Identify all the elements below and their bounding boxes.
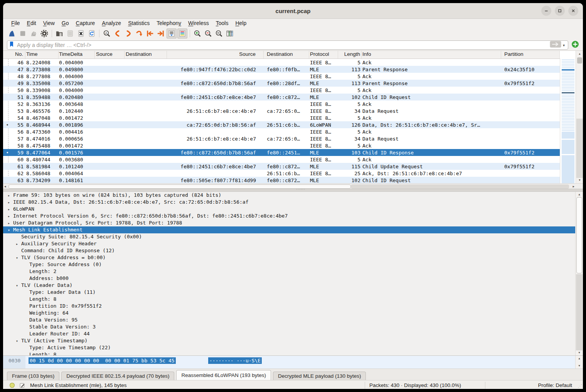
scroll-down-icon[interactable]: ▼ xyxy=(576,351,583,355)
expander-open-icon[interactable]: ▾ xyxy=(16,255,21,261)
menu-telephony[interactable]: Telephony xyxy=(153,20,185,27)
hex-ascii-selected[interactable]: ········ ···u·S\E xyxy=(208,357,262,364)
expander-open-icon[interactable]: ▾ xyxy=(8,227,13,234)
detail-row-12[interactable]: Address: b000 xyxy=(3,275,583,282)
packet-row-63[interactable]: 638.7342090.148161fe80::505e:f807:7f81:4… xyxy=(3,177,560,184)
detail-row-10[interactable]: Type: Source Address (0) xyxy=(3,261,583,268)
detail-row-16[interactable]: Partition ID: 0x79f551f2 xyxy=(3,303,583,310)
detail-row-0[interactable]: ▸Frame 59: 103 bytes on wire (824 bits),… xyxy=(3,192,583,199)
expander-closed-icon[interactable]: ▸ xyxy=(8,192,13,199)
scroll-left-icon[interactable]: ◂ xyxy=(4,184,6,189)
go-first-icon[interactable] xyxy=(145,28,155,39)
zoom-out-icon[interactable] xyxy=(203,28,213,39)
detail-row-9[interactable]: ▾TLV (Source Address = b0:00) xyxy=(3,254,583,261)
scroll-up-icon[interactable]: ▲ xyxy=(576,357,583,360)
menu-view[interactable]: View xyxy=(40,20,58,27)
packet-list-vscrollbar[interactable]: ▲ ▼ xyxy=(576,51,583,183)
scroll-thumb[interactable] xyxy=(576,197,582,273)
scroll-down-icon[interactable]: ▼ xyxy=(576,178,583,182)
column-header-source-3[interactable]: Source xyxy=(95,51,125,59)
pane-splitter[interactable]: ······ xyxy=(3,189,583,192)
scroll-right-icon[interactable]: ▸ xyxy=(573,184,574,189)
filter-dropdown-icon[interactable]: ▾ xyxy=(563,43,565,47)
detail-row-2[interactable]: ▸6LoWPAN xyxy=(3,206,583,213)
packet-row-54[interactable]: 548.4670480.001472IEEE 8…5Ack xyxy=(3,114,560,121)
expander-closed-icon[interactable]: ▸ xyxy=(8,206,13,213)
packet-row-57[interactable]: 578.4740160.00065626:51:c6:b7:e8:ce:4b:e… xyxy=(3,135,560,142)
packet-row-56[interactable]: 568.4733600.004416IEEE 8…5Ack xyxy=(3,128,560,135)
filter-text-input[interactable] xyxy=(16,42,550,49)
column-header-no--0[interactable]: No. xyxy=(3,51,25,59)
go-to-packet-icon[interactable] xyxy=(134,28,144,39)
menu-help[interactable]: Help xyxy=(232,20,250,27)
detail-row-3[interactable]: ▸Internet Protocol Version 6, Src: fe80:… xyxy=(3,213,583,219)
close-button[interactable] xyxy=(568,6,578,16)
start-capture-icon[interactable] xyxy=(7,28,17,39)
column-header-destination-6[interactable]: Destination xyxy=(264,51,309,59)
go-back-icon[interactable] xyxy=(113,28,123,39)
bookmark-icon[interactable] xyxy=(9,41,14,49)
detail-row-4[interactable]: ▸User Datagram Protocol, Src Port: 19788… xyxy=(3,219,583,226)
detail-row-7[interactable]: ▸Auxiliary Security Header xyxy=(3,240,583,247)
minimize-button[interactable] xyxy=(541,6,551,16)
tab-decrypted-ieee-802-15-4-payload-70-bytes-[interactable]: Decrypted IEEE 802.15.4 payload (70 byte… xyxy=(61,372,174,380)
scroll-thumb[interactable] xyxy=(577,57,582,64)
column-header-info-9[interactable]: Info xyxy=(362,51,501,59)
column-header-time-1[interactable]: Time xyxy=(25,51,59,59)
status-profile[interactable]: Profile: Default xyxy=(538,382,572,388)
detail-row-22[interactable]: Type: Active Timestamp (22) xyxy=(3,344,583,351)
resize-columns-icon[interactable] xyxy=(225,28,235,39)
detail-row-13[interactable]: ▾TLV (Leader Data) xyxy=(3,282,583,289)
capture-comment-icon[interactable] xyxy=(19,382,25,389)
tab-reassembled-6lowpan-193-bytes-[interactable]: Reassembled 6LoWPAN (193 bytes) xyxy=(176,370,271,380)
menu-capture[interactable]: Capture xyxy=(72,20,99,27)
hex-bytes-selected[interactable]: 00 15 0d 00 00 00 00 00 00 00 01 75 bb 5… xyxy=(29,357,176,364)
maximize-button[interactable] xyxy=(555,6,565,16)
reload-file-icon[interactable] xyxy=(87,28,97,39)
open-file-icon[interactable] xyxy=(54,28,64,39)
packet-row-58[interactable]: 588.4754880.001472IEEE 8…5Ack xyxy=(3,142,560,149)
tab-decrypted-mle-payload-130-bytes-[interactable]: Decrypted MLE payload (130 bytes) xyxy=(273,372,366,380)
menu-tools[interactable]: Tools xyxy=(212,20,232,27)
close-file-icon[interactable] xyxy=(76,28,86,39)
scroll-up-icon[interactable]: ▲ xyxy=(576,52,583,56)
apply-filter-icon[interactable] xyxy=(550,41,561,49)
zoom-original-icon[interactable] xyxy=(214,28,224,39)
expander-closed-icon[interactable]: ▸ xyxy=(8,213,13,220)
menu-wireless[interactable]: Wireless xyxy=(185,20,212,27)
bytes-vscrollbar[interactable]: ▲ ▼ xyxy=(575,356,583,369)
detail-vscrollbar[interactable]: ▲▼ xyxy=(575,192,583,355)
find-packet-icon[interactable]: A xyxy=(102,28,112,39)
menu-go[interactable]: Go xyxy=(58,20,72,27)
menu-edit[interactable]: Edit xyxy=(24,20,40,27)
menu-analyze[interactable]: Analyze xyxy=(98,20,125,27)
display-filter-input[interactable]: ▾ xyxy=(7,40,568,50)
detail-row-20[interactable]: Leader Router ID: 44 xyxy=(3,330,583,337)
packet-row-49[interactable]: 498.3350080.057200fe80::c872:650d:b7b8:5… xyxy=(3,80,560,87)
detail-row-5[interactable]: ▾Mesh Link Establishment xyxy=(3,226,583,233)
detail-row-8[interactable]: Command: Child ID Response (12) xyxy=(3,247,583,254)
packet-row-52[interactable]: 528.3631360.003648IEEE 8…5Ack xyxy=(3,101,560,107)
packet-row-47[interactable]: 478.2738080.049800fe80::947f:f476:22bc:c… xyxy=(3,66,560,73)
go-forward-icon[interactable] xyxy=(123,28,133,39)
column-header-protocol-7[interactable]: Protocol xyxy=(309,51,338,59)
menu-file[interactable]: File xyxy=(8,20,24,27)
colorize-icon[interactable] xyxy=(177,28,187,39)
expander-closed-icon[interactable]: ▸ xyxy=(8,199,13,206)
detail-row-1[interactable]: ▸IEEE 802.15.4 Data, Dst: 26:51:c6:b7:e8… xyxy=(3,199,583,206)
detail-row-6[interactable]: Security Suite: 802.15.4 Security (0x00) xyxy=(3,233,583,240)
packet-row-62[interactable]: 628.5860480.00406426:51:c6:b…IEEE 8…25Ac… xyxy=(3,170,560,177)
menu-statistics[interactable]: Statistics xyxy=(125,20,153,27)
auto-scroll-icon[interactable] xyxy=(167,28,177,39)
add-filter-button-icon[interactable] xyxy=(571,40,579,50)
expander-closed-icon[interactable]: ▸ xyxy=(8,220,13,227)
expander-closed-icon[interactable]: ▸ xyxy=(16,241,21,248)
packet-row-48[interactable]: 488.2778080.004000IEEE 8…5Ack xyxy=(3,73,560,80)
packet-row-55[interactable]: ◆558.4689440.001896ca:72:65:0d:b7:b8:56:… xyxy=(3,121,560,128)
go-last-icon[interactable] xyxy=(156,28,166,39)
expert-info-icon[interactable] xyxy=(9,382,15,389)
detail-row-19[interactable]: Stable Data Version: 3 xyxy=(3,323,583,330)
zoom-in-icon[interactable] xyxy=(192,28,202,39)
column-header-length-8[interactable]: Length xyxy=(338,51,362,59)
capture-options-icon[interactable] xyxy=(39,28,49,39)
